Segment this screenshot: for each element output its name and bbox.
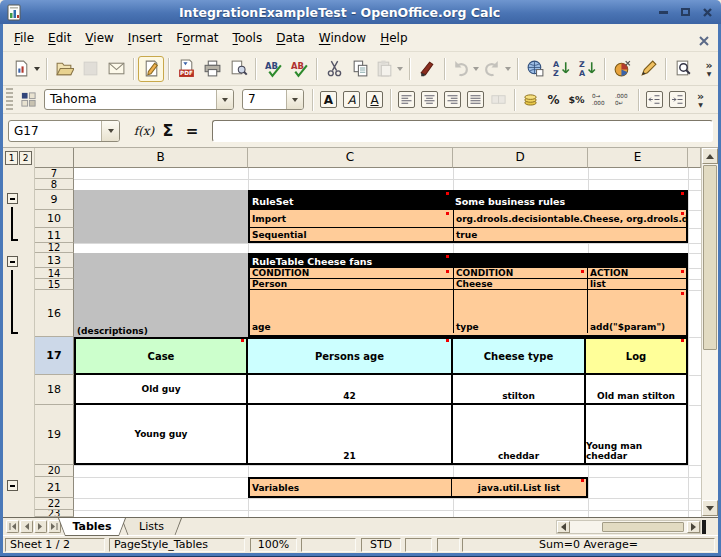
cell-D15[interactable]: Cheese — [453, 279, 587, 289]
menu-window[interactable]: Window — [312, 28, 373, 48]
row-header-18[interactable]: 18 — [35, 375, 74, 405]
chevron-down-icon[interactable] — [505, 67, 511, 71]
vertical-scrollbar[interactable] — [701, 148, 718, 517]
menu-view[interactable]: View — [78, 28, 120, 48]
column-header-c[interactable]: C — [248, 148, 453, 168]
function-wizard-button[interactable]: f(x) — [132, 119, 156, 143]
cell-C11[interactable]: Sequential — [250, 228, 453, 241]
cell-reference-box[interactable]: G17 — [8, 120, 120, 142]
outline-level-1-button[interactable]: 1 — [5, 151, 18, 165]
row-header-16[interactable]: 16 — [35, 290, 74, 337]
currency-button[interactable] — [519, 89, 542, 111]
delete-decimal-button[interactable]: .0000↵ — [611, 89, 634, 111]
page-preview-button[interactable] — [225, 56, 251, 82]
row-header-8[interactable]: 8 — [35, 179, 74, 190]
cell-E16[interactable]: add("$param") — [587, 290, 686, 333]
cell-D11[interactable]: true — [453, 228, 686, 241]
align-right-button[interactable] — [441, 89, 464, 111]
row-header-23[interactable]: 23 — [35, 510, 74, 517]
chevron-down-icon[interactable] — [286, 90, 303, 109]
column-header-b[interactable]: B — [74, 148, 248, 168]
cell-C9[interactable]: RuleSet — [250, 192, 453, 210]
menu-edit[interactable]: Edit — [41, 28, 78, 48]
row-header-7[interactable]: 7 — [35, 168, 74, 179]
row-header-14[interactable]: 14 — [35, 268, 74, 279]
cell-B16[interactable]: (descriptions) — [74, 326, 148, 337]
sum-button[interactable]: Σ — [156, 119, 180, 143]
row-header-19[interactable]: 19 — [35, 405, 74, 465]
cell-D21[interactable]: java.util.List list — [452, 479, 586, 496]
collapse-group-icon[interactable] — [7, 193, 18, 204]
toolbar-overflow-button[interactable]: »▼ — [696, 56, 721, 82]
cell-C18[interactable]: 42 — [248, 375, 453, 403]
menu-insert[interactable]: Insert — [121, 28, 169, 48]
row-header-12[interactable]: 12 — [35, 243, 74, 253]
zoom-field[interactable]: 100% — [250, 538, 297, 552]
cell-E14[interactable]: ACTION — [587, 268, 686, 278]
export-pdf-button[interactable]: PDF — [173, 56, 199, 82]
cell-E19[interactable]: Young man cheddar — [586, 405, 686, 463]
cell-E18[interactable]: Old man stilton — [586, 375, 686, 403]
toolbar-handle[interactable] — [6, 88, 13, 112]
italic-button[interactable]: A — [340, 89, 363, 111]
hyperlink-button[interactable] — [522, 56, 548, 82]
maximize-button[interactable] — [678, 6, 693, 19]
scroll-left-icon[interactable] — [557, 521, 570, 533]
row-header-13[interactable]: 13 — [35, 253, 74, 268]
menu-data[interactable]: Data — [269, 28, 312, 48]
menu-tools[interactable]: Tools — [226, 28, 270, 48]
cell-D19[interactable]: cheddar — [453, 405, 586, 463]
underline-button[interactable]: A — [363, 89, 386, 111]
add-decimal-button[interactable]: 0→.000 — [588, 89, 611, 111]
row-header-11[interactable]: 11 — [35, 228, 74, 243]
first-sheet-button[interactable] — [6, 520, 19, 533]
percent-button[interactable]: % — [542, 89, 565, 111]
horizontal-scrollbar[interactable] — [556, 520, 701, 534]
standard-format-button[interactable]: $% — [565, 89, 588, 111]
gray-block[interactable] — [74, 190, 248, 243]
row-header-10[interactable]: 10 — [35, 210, 74, 228]
increase-indent-button[interactable] — [666, 89, 689, 111]
formula-input[interactable] — [212, 120, 713, 142]
collapse-group-icon[interactable] — [7, 256, 18, 267]
cell-C21[interactable]: Variables — [250, 479, 452, 496]
cell-B18[interactable]: Old guy — [76, 375, 248, 403]
align-left-button[interactable] — [395, 89, 418, 111]
cell-B19[interactable]: Young guy — [76, 405, 248, 463]
decrease-indent-button[interactable] — [643, 89, 666, 111]
bold-button[interactable]: A — [317, 89, 340, 111]
cell-D16[interactable]: type — [453, 290, 587, 333]
open-button[interactable] — [51, 56, 77, 82]
close-document-icon[interactable] — [698, 32, 710, 44]
toolbar-overflow-button[interactable]: »▼ — [689, 89, 712, 111]
gray-block[interactable]: (descriptions) — [74, 253, 248, 337]
font-name-combo[interactable]: Tahoma — [44, 89, 234, 110]
name-box-dropdown-icon[interactable] — [101, 121, 119, 141]
scroll-right-icon[interactable] — [687, 521, 700, 533]
font-size-combo[interactable]: 7 — [242, 89, 304, 110]
scroll-down-icon[interactable] — [702, 500, 718, 516]
styles-button[interactable] — [17, 89, 40, 111]
scroll-up-icon[interactable] — [702, 148, 718, 164]
sheet-tab-tables[interactable]: Tables — [58, 518, 126, 536]
cut-button[interactable] — [321, 56, 347, 82]
cell-C13[interactable]: RuleTable Cheese fans — [250, 255, 686, 268]
collapse-group-icon[interactable] — [7, 480, 18, 491]
find-replace-button[interactable] — [670, 56, 696, 82]
split-window-handle[interactable] — [702, 520, 706, 534]
cell-C19[interactable]: 21 — [248, 405, 453, 463]
sort-descending-button[interactable]: ZA — [574, 56, 600, 82]
insert-chart-button[interactable] — [609, 56, 635, 82]
menu-help[interactable]: Help — [373, 28, 414, 48]
cell-B17[interactable]: Case — [76, 339, 248, 373]
align-justify-button[interactable] — [464, 89, 487, 111]
select-all-corner[interactable] — [35, 148, 74, 168]
cell-C14[interactable]: CONDITION — [250, 268, 453, 278]
menu-format[interactable]: Format — [169, 28, 225, 48]
cell-C16[interactable]: age — [250, 290, 453, 333]
row-header-17[interactable]: 17 — [35, 337, 74, 375]
print-button[interactable] — [199, 56, 225, 82]
function-button[interactable]: = — [180, 119, 204, 143]
previous-sheet-button[interactable] — [20, 520, 33, 533]
auto-spellcheck-button[interactable]: AB — [286, 56, 312, 82]
